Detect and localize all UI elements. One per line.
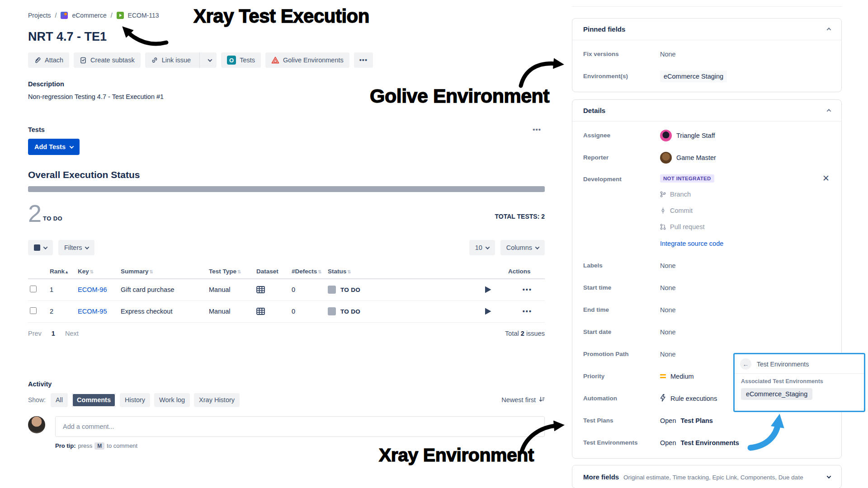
- col-dataset[interactable]: Dataset: [255, 265, 290, 279]
- comment-input[interactable]: [55, 416, 545, 437]
- bulk-select-dropdown[interactable]: [28, 240, 53, 255]
- priority-value[interactable]: Medium: [670, 373, 694, 380]
- details-header[interactable]: Details: [572, 100, 841, 122]
- current-page[interactable]: 1: [52, 330, 55, 337]
- commit-item: Commit: [660, 202, 830, 219]
- pinned-fields-header[interactable]: Pinned fields: [572, 19, 841, 40]
- automation-value[interactable]: Rule executions: [670, 395, 717, 402]
- back-arrow-icon[interactable]: ←: [740, 358, 751, 370]
- columns-dropdown[interactable]: Columns: [500, 240, 545, 255]
- row-key-link[interactable]: ECOM-95: [78, 308, 107, 315]
- tab-history[interactable]: History: [120, 393, 150, 407]
- row-actions-button[interactable]: •••: [523, 286, 532, 293]
- row-actions-button[interactable]: •••: [523, 308, 532, 315]
- tests-table: Rank▴ Key⇅ Summary⇅ Test Type⇅ Dataset #…: [28, 265, 545, 323]
- attach-button[interactable]: Attach: [28, 52, 69, 68]
- page-size-dropdown[interactable]: 10: [469, 240, 495, 255]
- select-all-header: [28, 265, 48, 279]
- row-checkbox[interactable]: [30, 307, 37, 314]
- sort-icon: ⇅: [347, 269, 351, 274]
- sort-order-button[interactable]: Newest first: [501, 396, 545, 404]
- environment-chip[interactable]: eCommerce_Staging: [741, 388, 812, 400]
- open-test-plans-link[interactable]: Test Plans: [680, 417, 712, 424]
- breadcrumb-issue-key[interactable]: ECOM-113: [128, 12, 159, 19]
- status-todo-icon: [328, 307, 336, 315]
- close-icon[interactable]: ✕: [821, 174, 830, 183]
- start-date-value[interactable]: None: [660, 328, 676, 336]
- sort-icon: ⇅: [318, 269, 321, 274]
- col-test-type[interactable]: Test Type⇅: [207, 265, 255, 279]
- toolbar: Attach Create subtask Link issue O Tests: [28, 52, 545, 68]
- chevron-down-icon: [43, 245, 48, 249]
- tab-comments[interactable]: Comments: [72, 393, 116, 407]
- pinned-fields-panel: Pinned fields Fix versions None Environm…: [572, 18, 842, 92]
- run-test-play-button[interactable]: [484, 286, 505, 294]
- sort-icon: ⇅: [237, 269, 241, 274]
- pinned-fields-title: Pinned fields: [583, 25, 625, 33]
- row-key-link[interactable]: ECOM-96: [78, 286, 107, 293]
- col-key[interactable]: Key⇅: [76, 265, 119, 279]
- branch-icon: [660, 191, 666, 197]
- row-status[interactable]: TO DO: [340, 286, 360, 293]
- filters-dropdown[interactable]: Filters: [58, 240, 94, 255]
- link-issue-button[interactable]: Link issue: [145, 52, 217, 68]
- next-page-button[interactable]: Next: [65, 330, 79, 337]
- pull-request-item: Pull request: [660, 219, 830, 235]
- col-spacer: [439, 265, 506, 279]
- col-summary[interactable]: Summary⇅: [119, 265, 207, 279]
- row-summary[interactable]: Express checkout: [119, 300, 207, 322]
- todo-count-label: TO DO: [43, 215, 62, 222]
- toolbar-more-button[interactable]: •••: [354, 52, 373, 68]
- show-label: Show:: [28, 396, 46, 404]
- create-subtask-button[interactable]: Create subtask: [74, 52, 141, 68]
- add-tests-label: Add Tests: [34, 143, 66, 150]
- breadcrumb-separator: /: [111, 12, 113, 19]
- reporter-avatar: [660, 152, 672, 164]
- sidebar: Pinned fields Fix versions None Environm…: [572, 6, 842, 488]
- reporter-value[interactable]: Game Master: [676, 154, 716, 161]
- tests-button[interactable]: O Tests: [221, 52, 261, 68]
- col-status[interactable]: Status⇅: [326, 265, 439, 279]
- test-plans-label: Test Plans: [583, 417, 660, 424]
- open-test-environments-link[interactable]: Test Environments: [680, 439, 739, 446]
- add-tests-button[interactable]: Add Tests: [28, 139, 80, 155]
- sort-order-icon: [539, 396, 545, 404]
- environments-value[interactable]: eCommerce Staging: [660, 70, 727, 82]
- assignee-value[interactable]: Triangle Staff: [676, 132, 715, 139]
- automation-label: Automation: [583, 395, 660, 402]
- dataset-grid-icon[interactable]: [256, 286, 288, 293]
- col-defects[interactable]: #Defects⇅: [290, 265, 326, 279]
- chevron-down-icon: [535, 245, 540, 249]
- dataset-grid-icon[interactable]: [256, 308, 288, 315]
- fix-versions-value[interactable]: None: [660, 51, 676, 58]
- breadcrumb-projects[interactable]: Projects: [28, 12, 51, 19]
- prev-page-button[interactable]: Prev: [28, 330, 42, 337]
- tab-all[interactable]: All: [51, 393, 68, 407]
- priority-medium-icon: [660, 374, 666, 378]
- issue-title[interactable]: NRT 4.7 - TE1: [28, 29, 545, 44]
- integrate-source-code-link[interactable]: Integrate source code: [660, 240, 723, 247]
- tests-more-button[interactable]: •••: [529, 126, 545, 133]
- row-status[interactable]: TO DO: [340, 308, 360, 315]
- tab-work-log[interactable]: Work log: [154, 393, 190, 407]
- row-checkbox[interactable]: [30, 286, 37, 292]
- main-column: Projects / eCommerce / ECOM-113 NRT 4.7 …: [28, 11, 545, 450]
- end-time-value[interactable]: None: [660, 306, 676, 314]
- col-rank[interactable]: Rank▴: [48, 265, 76, 279]
- annotation-xray-test-execution: Xray Test Execution: [193, 5, 369, 27]
- lightning-icon: [660, 394, 666, 403]
- more-fields-panel[interactable]: More fields Original estimate, Time trac…: [572, 465, 842, 488]
- link-issue-dropdown[interactable]: [203, 59, 217, 62]
- run-test-play-button[interactable]: [484, 307, 505, 315]
- annotation-golive-environment: Golive Environment: [370, 85, 549, 107]
- row-test-type: Manual: [207, 300, 255, 322]
- reporter-label: Reporter: [583, 154, 660, 161]
- labels-value[interactable]: None: [660, 262, 676, 269]
- pull-request-icon: [660, 224, 666, 230]
- tab-xray-history[interactable]: Xray History: [194, 393, 240, 407]
- breadcrumb-project[interactable]: eCommerce: [72, 12, 106, 19]
- row-summary[interactable]: Gift card purchase: [119, 279, 207, 300]
- start-time-value[interactable]: None: [660, 284, 676, 291]
- promotion-path-value[interactable]: None: [660, 351, 676, 358]
- golive-environments-button[interactable]: Golive Environments: [265, 52, 349, 68]
